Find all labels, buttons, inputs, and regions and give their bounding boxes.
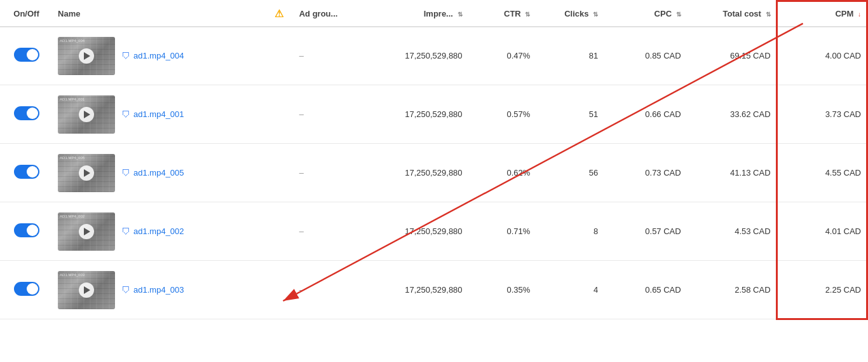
cpm-value: 4.01 CAD [825, 226, 861, 236]
col-header-impressions[interactable]: Impre... ⇅ [369, 1, 467, 27]
toggle-switch[interactable]: ✓ [14, 48, 39, 62]
cell-warning [264, 144, 294, 202]
cpc-value: 0.65 CAD [645, 285, 681, 295]
col-header-ctr[interactable]: CTR ⇅ [468, 1, 536, 27]
totalcost-value: 33.62 CAD [730, 109, 771, 119]
clicks-value: 56 [589, 168, 598, 178]
cell-warning [264, 27, 294, 85]
col-header-clicks[interactable]: Clicks ⇅ [535, 1, 603, 27]
cell-cpm: 2.25 CAD [776, 261, 867, 319]
ad-name-text[interactable]: ad1.mp4_001 [133, 109, 184, 119]
impressions-value: 17,250,529,880 [405, 109, 462, 119]
cpc-value: 0.85 CAD [645, 51, 681, 60]
ad-name-text[interactable]: ad1.mp4_004 [133, 51, 184, 60]
play-button[interactable] [79, 165, 94, 181]
group-icon: ⛉ [121, 168, 130, 178]
play-icon [84, 228, 90, 235]
ctr-value: 0.35% [507, 285, 531, 295]
col-header-adgroup[interactable]: Ad grou... [294, 1, 370, 27]
cell-cpm: 3.73 CAD [776, 85, 867, 144]
cpc-value: 0.73 CAD [645, 168, 681, 178]
cell-clicks: 56 [535, 144, 603, 202]
name-cell-content: AD1.MP4_002 ⛉ ad1.mp4_002 [58, 212, 259, 251]
cell-warning [264, 202, 294, 261]
ads-table: On/Off Name ⚠ Ad grou... Impre... ⇅ CTR … [0, 0, 868, 351]
toggle-switch[interactable]: ✓ [14, 282, 39, 296]
cell-adgroup: – [294, 202, 370, 261]
ctr-value: 0.57% [507, 109, 531, 119]
cpm-value: 3.73 CAD [825, 109, 861, 119]
cpc-value: 0.66 CAD [645, 109, 681, 119]
sort-icon-cpc: ⇅ [676, 11, 681, 18]
play-icon [84, 286, 90, 294]
sort-icon-clicks: ⇅ [593, 11, 598, 18]
sort-icon-impressions: ⇅ [458, 11, 463, 18]
cell-impressions: 17,250,529,880 [369, 261, 467, 319]
play-icon [84, 111, 90, 118]
cpc-value: 0.57 CAD [645, 226, 681, 236]
play-button[interactable] [79, 224, 94, 239]
table-header-row: On/Off Name ⚠ Ad grou... Impre... ⇅ CTR … [0, 1, 867, 27]
name-cell-content: AD1.MP4_001 ⛉ ad1.mp4_001 [58, 95, 259, 134]
col-header-cpm[interactable]: CPM ↓ [776, 1, 867, 27]
play-button[interactable] [79, 48, 94, 64]
cell-cpc: 0.73 CAD [603, 144, 686, 202]
play-button[interactable] [79, 107, 94, 122]
cell-clicks: 4 [535, 261, 603, 319]
totalcost-value: 41.13 CAD [730, 168, 771, 178]
cell-totalcost: 41.13 CAD [686, 144, 776, 202]
ad-name-label: ⛉ ad1.mp4_004 [121, 51, 184, 61]
play-icon [84, 169, 90, 177]
cell-name: AD1.MP4_003 ⛉ ad1.mp4_003 [53, 261, 264, 319]
cell-adgroup: – [294, 261, 370, 319]
cell-impressions: 17,250,529,880 [369, 85, 467, 144]
cell-name: AD1.MP4_001 ⛉ ad1.mp4_001 [53, 85, 264, 144]
clicks-value: 51 [589, 109, 598, 119]
ad-thumbnail: AD1.MP4_004 [58, 37, 115, 75]
table-row: ✓ AD1.MP4_002 ⛉ ad1.mp4_002 – 1 [0, 202, 867, 261]
ad-thumbnail: AD1.MP4_003 [58, 271, 115, 309]
toggle-switch[interactable]: ✓ [14, 165, 39, 179]
play-button[interactable] [79, 282, 94, 298]
col-header-totalcost[interactable]: Total cost ⇅ [686, 1, 776, 27]
adgroup-value: – [299, 168, 304, 178]
ad-name-label: ⛉ ad1.mp4_003 [121, 285, 184, 295]
cell-ctr: 0.62% [468, 144, 536, 202]
cell-onoff: ✓ [0, 144, 53, 202]
col-header-cpc[interactable]: CPC ⇅ [603, 1, 686, 27]
thumb-label: AD1.MP4_002 [60, 214, 85, 219]
cell-cpc: 0.66 CAD [603, 85, 686, 144]
col-header-name[interactable]: Name [53, 1, 264, 27]
ad-thumbnail: AD1.MP4_001 [58, 95, 115, 134]
toggle-check-icon: ✓ [32, 110, 37, 117]
table-row: ✓ AD1.MP4_004 ⛉ ad1.mp4_004 – 1 [0, 27, 867, 85]
thumb-label: AD1.MP4_004 [60, 39, 85, 43]
group-icon: ⛉ [121, 109, 130, 120]
cell-onoff: ✓ [0, 202, 53, 261]
warning-icon: ⚠ [275, 8, 283, 19]
toggle-switch[interactable]: ✓ [14, 223, 39, 237]
ad-name-text[interactable]: ad1.mp4_003 [133, 285, 184, 295]
table-row: ✓ AD1.MP4_003 ⛉ ad1.mp4_003 – 1 [0, 261, 867, 319]
name-cell-content: AD1.MP4_004 ⛉ ad1.mp4_004 [58, 37, 259, 75]
cell-onoff: ✓ [0, 85, 53, 144]
ad-name-label: ⛉ ad1.mp4_001 [121, 109, 184, 120]
toggle-switch[interactable]: ✓ [14, 106, 39, 120]
impressions-value: 17,250,529,880 [405, 226, 462, 236]
cell-totalcost: 69.15 CAD [686, 27, 776, 85]
cell-name: AD1.MP4_002 ⛉ ad1.mp4_002 [53, 202, 264, 261]
adgroup-value: – [299, 226, 304, 236]
cpm-value: 4.55 CAD [825, 168, 861, 178]
ad-name-text[interactable]: ad1.mp4_005 [133, 168, 184, 178]
adgroup-value: – [299, 109, 304, 119]
adgroup-value: – [299, 285, 304, 295]
impressions-value: 17,250,529,880 [405, 168, 462, 178]
ad-name-text[interactable]: ad1.mp4_002 [133, 226, 184, 236]
cell-warning [264, 85, 294, 144]
group-icon: ⛉ [121, 51, 130, 61]
col-header-onoff[interactable]: On/Off [0, 1, 53, 27]
ad-name-label: ⛉ ad1.mp4_002 [121, 226, 184, 237]
cell-name: AD1.MP4_005 ⛉ ad1.mp4_005 [53, 144, 264, 202]
name-cell-content: AD1.MP4_005 ⛉ ad1.mp4_005 [58, 154, 259, 192]
cell-clicks: 81 [535, 27, 603, 85]
